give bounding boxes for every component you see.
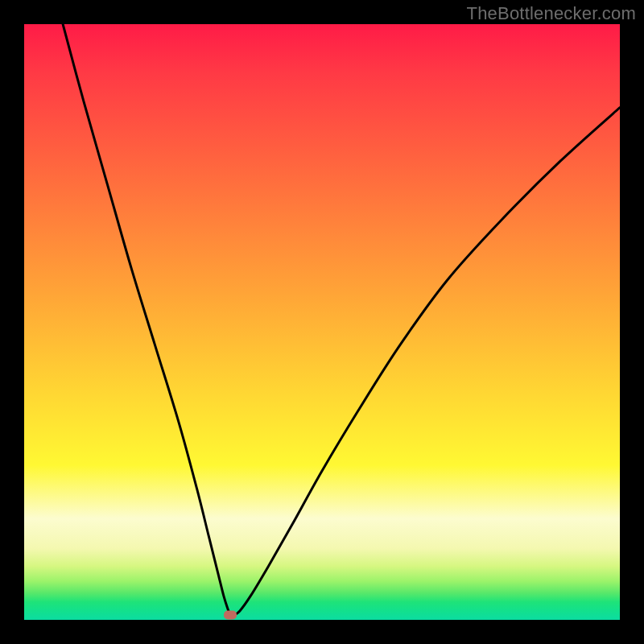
plot-area	[24, 24, 620, 620]
watermark-text: TheBottlenecker.com	[467, 3, 636, 24]
optimal-point-marker	[224, 611, 237, 620]
bottleneck-curve-path	[63, 24, 620, 616]
chart-frame: TheBottlenecker.com	[0, 0, 644, 644]
curve-svg	[24, 24, 620, 620]
